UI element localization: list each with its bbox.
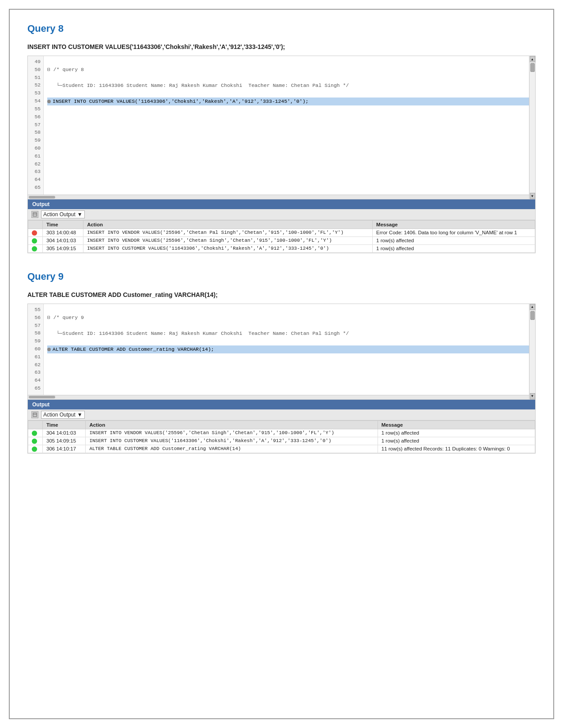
- svg-rect-2: [33, 413, 37, 417]
- message-cell: 11 row(s) affected Records: 11 Duplicate…: [378, 445, 535, 453]
- code-line: [47, 161, 532, 169]
- code-line: [47, 185, 532, 193]
- table-row: 304 14:01:03INSERT INTO VENDOR VALUES('2…: [28, 429, 535, 437]
- code-line: [47, 338, 532, 345]
- table-header-row: Time Action Message: [28, 420, 535, 429]
- status-icon: [32, 230, 37, 236]
- query9-editor[interactable]: 55 56 57 58 59 60 61 62 63 64 65 ⊟ /* qu…: [27, 304, 536, 400]
- scroll-thumb[interactable]: [530, 311, 535, 320]
- output-icon: [31, 411, 38, 418]
- col-message: Message: [378, 420, 535, 429]
- code-line: [47, 137, 532, 145]
- action-output-dropdown[interactable]: Action Output ▼: [41, 411, 85, 419]
- scroll-up[interactable]: ▲: [530, 56, 535, 62]
- dropdown-arrow: ▼: [77, 211, 83, 218]
- query8-sql: INSERT INTO CUSTOMER VALUES('11643306','…: [27, 43, 536, 50]
- message-cell: Error Code: 1406. Data too long for colu…: [373, 229, 535, 237]
- scroll-track: [530, 310, 535, 393]
- code-line: [47, 90, 532, 98]
- scroll-down[interactable]: ▼: [530, 393, 535, 395]
- table-row: 305 14:09:15INSERT INTO CUSTOMER VALUES(…: [28, 437, 535, 445]
- status-cell: [28, 244, 43, 252]
- query8-output-panel: Output Action Output ▼ Time Action M: [27, 199, 536, 253]
- table-row: 303 14:00:48INSERT INTO VENDOR VALUES('2…: [28, 229, 535, 237]
- col-time: Time: [43, 420, 86, 429]
- table-row: 306 14:10:17ALTER TABLE CUSTOMER ADD Cus…: [28, 445, 535, 453]
- page-container: Query 8 INSERT INTO CUSTOMER VALUES('116…: [9, 9, 554, 719]
- query8-section: Query 8 INSERT INTO CUSTOMER VALUES('116…: [27, 23, 536, 253]
- query8-output-toolbar: Action Output ▼: [28, 209, 535, 220]
- code-line: [47, 385, 532, 393]
- code-line: [47, 361, 532, 369]
- col-time: Time: [43, 221, 83, 229]
- col-status: [28, 221, 43, 229]
- code-line: └─Student ID: 11643306 Student Name: Raj…: [47, 82, 532, 90]
- col-action: Action: [86, 420, 378, 429]
- query8-scrollbar[interactable]: ▲ ▼: [529, 56, 535, 195]
- status-icon: [32, 246, 37, 251]
- svg-rect-0: [33, 213, 37, 216]
- table-row: 305 14:09:15INSERT INTO CUSTOMER VALUES(…: [28, 244, 535, 252]
- dot-marker: [47, 100, 51, 103]
- dot-marker: [47, 348, 51, 351]
- code-line: [47, 169, 532, 177]
- code-line: [47, 113, 532, 121]
- query9-code-content[interactable]: ⊟ /* query 9 └─Student ID: 11643306 Stud…: [44, 304, 535, 395]
- code-line: [47, 153, 532, 161]
- scroll-track: [530, 62, 535, 193]
- status-cell: [28, 437, 43, 445]
- col-action: Action: [83, 221, 373, 229]
- col-message: Message: [373, 221, 535, 229]
- time-cell: 305 14:09:15: [43, 244, 83, 252]
- query8-code-content[interactable]: ⊟ /* query 8 └─Student ID: 11643306 Stud…: [44, 56, 535, 195]
- query9-highlighted-line: ALTER TABLE CUSTOMER ADD Customer_rating…: [47, 345, 532, 353]
- scroll-thumb[interactable]: [530, 63, 535, 72]
- code-line: [47, 145, 532, 153]
- scroll-down[interactable]: ▼: [530, 193, 535, 195]
- action-cell: INSERT INTO VENDOR VALUES('25596','Cheta…: [83, 229, 373, 237]
- status-cell: [28, 445, 43, 453]
- query9-output-table: Time Action Message 304 14:01:03INSERT I…: [28, 420, 535, 453]
- action-output-label: Action Output: [43, 211, 76, 218]
- code-line: [47, 105, 532, 113]
- code-line: [47, 353, 532, 361]
- time-cell: 304 14:01:03: [43, 429, 86, 437]
- code-line: [47, 369, 532, 377]
- code-line: [47, 306, 532, 314]
- query9-hscrollbar[interactable]: [28, 395, 535, 399]
- action-output-dropdown[interactable]: Action Output ▼: [41, 210, 85, 218]
- query8-hscrollbar[interactable]: [28, 195, 535, 199]
- time-cell: 303 14:00:48: [43, 229, 83, 237]
- code-line: [47, 129, 532, 137]
- time-cell: 304 14:01:03: [43, 236, 83, 244]
- action-cell: ALTER TABLE CUSTOMER ADD Customer_rating…: [86, 445, 378, 453]
- code-line: ⊟ /* query 8: [47, 66, 532, 74]
- code-line: [47, 377, 532, 385]
- query9-scrollbar[interactable]: ▲ ▼: [529, 304, 535, 395]
- query9-output-panel: Output Action Output ▼ Time Action M: [27, 400, 536, 454]
- code-line: [47, 58, 532, 66]
- dropdown-arrow: ▼: [77, 412, 83, 418]
- code-line: └─Student ID: 11643306 Student Name: Raj…: [47, 330, 532, 338]
- message-cell: 1 row(s) affected: [373, 244, 535, 252]
- action-cell: INSERT INTO VENDOR VALUES('25596','Cheta…: [83, 236, 373, 244]
- status-cell: [28, 429, 43, 437]
- time-cell: 306 14:10:17: [43, 445, 86, 453]
- message-cell: 1 row(s) affected: [378, 437, 535, 445]
- query9-sql: ALTER TABLE CUSTOMER ADD Customer_rating…: [27, 291, 536, 298]
- action-cell: INSERT INTO CUSTOMER VALUES('11643306','…: [86, 437, 378, 445]
- query9-title: Query 9: [27, 271, 536, 282]
- query9-line-numbers: 55 56 57 58 59 60 61 62 63 64 65: [28, 304, 44, 395]
- query8-editor[interactable]: 49 50 51 52 53 54 55 56 57 58 59 60 61 6…: [27, 56, 536, 199]
- action-output-label: Action Output: [43, 412, 76, 418]
- query8-title: Query 8: [27, 23, 536, 34]
- status-cell: [28, 229, 43, 237]
- message-cell: 1 row(s) affected: [373, 236, 535, 244]
- scroll-up[interactable]: ▲: [530, 304, 535, 310]
- output-label: Output: [32, 402, 49, 408]
- query8-line-numbers: 49 50 51 52 53 54 55 56 57 58 59 60 61 6…: [28, 56, 44, 195]
- message-cell: 1 row(s) affected: [378, 429, 535, 437]
- status-icon: [32, 447, 37, 452]
- code-line: ⊟ /* query 9: [47, 314, 532, 322]
- status-icon: [32, 439, 37, 444]
